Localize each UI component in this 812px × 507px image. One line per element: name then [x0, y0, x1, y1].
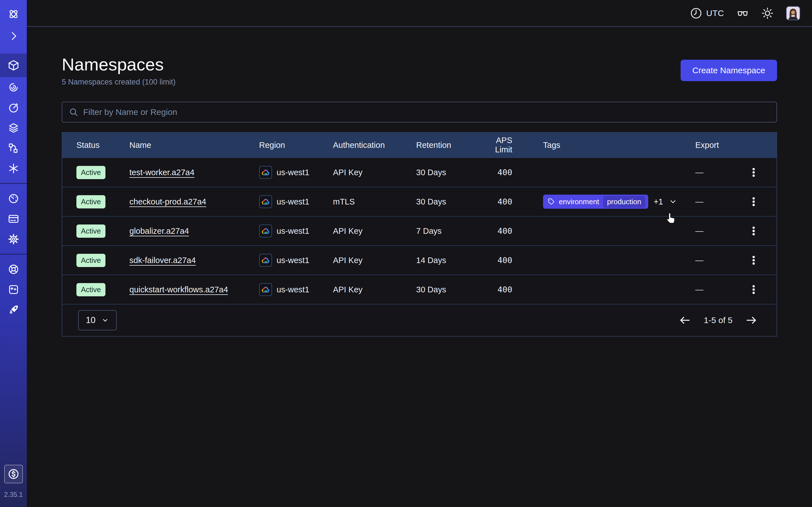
labs-glasses-icon[interactable]: [737, 7, 749, 19]
next-page-button[interactable]: [745, 314, 758, 327]
aps-limit: 400: [480, 285, 515, 294]
col-status: Status: [62, 140, 130, 150]
namespace-link[interactable]: sdk-failover.a27a4: [130, 256, 196, 265]
auth-method: mTLS: [333, 197, 416, 207]
kebab-menu-icon: [748, 167, 759, 178]
temporal-logo-icon[interactable]: [0, 6, 27, 22]
col-retention: Retention: [416, 140, 480, 150]
region-label: us-west1: [276, 256, 309, 265]
sidebar-item-settings[interactable]: [0, 229, 27, 249]
row-menu-button[interactable]: [748, 167, 759, 178]
col-aps-limit: APS Limit: [480, 136, 515, 154]
sidebar: 2.35.1: [0, 0, 27, 507]
export-status: —: [695, 168, 733, 177]
create-namespace-button[interactable]: Create Namespace: [680, 60, 777, 81]
timezone-selector[interactable]: UTC: [690, 7, 724, 19]
sidebar-item-billing[interactable]: [0, 209, 27, 229]
google-cloud-icon: [261, 169, 270, 176]
status-badge: Active: [77, 195, 105, 209]
settings-gear-icon: [8, 233, 19, 245]
google-cloud-icon: [259, 283, 272, 296]
page-title: Namespaces: [62, 54, 175, 74]
retention-period: 30 Days: [416, 168, 480, 177]
deployments-layers-icon: [8, 122, 19, 134]
export-status: —: [695, 285, 733, 294]
aps-limit: 400: [480, 226, 515, 236]
schedules-timer-icon: [8, 102, 19, 114]
main-content: Namespaces 5 Namespaces created (100 lim…: [27, 27, 812, 507]
sidebar-divider: [0, 254, 27, 255]
previous-page-button[interactable]: [678, 314, 691, 327]
upgrade-dollar-seal-icon: [7, 468, 20, 480]
sidebar-item-nexus[interactable]: [0, 138, 27, 158]
sidebar-item-whats-new[interactable]: [0, 279, 27, 300]
upgrade-plan-button[interactable]: [4, 465, 23, 483]
aps-limit: 400: [480, 256, 515, 265]
tag-key: environment: [559, 198, 599, 206]
row-menu-button[interactable]: [748, 284, 759, 295]
namespace-link[interactable]: checkout-prod.a27a4: [130, 197, 206, 206]
namespace-link[interactable]: test-worker.a27a4: [130, 168, 195, 177]
arrow-right-icon: [745, 314, 758, 327]
support-lifebuoy-icon: [8, 263, 19, 275]
google-cloud-icon: [261, 198, 270, 205]
expand-tags-icon[interactable]: [669, 198, 677, 206]
filter-input[interactable]: [83, 107, 770, 117]
google-cloud-icon: [259, 224, 272, 237]
search-icon: [69, 108, 78, 117]
sidebar-item-namespaces[interactable]: [0, 54, 27, 77]
billing-card-icon: [8, 213, 19, 225]
sidebar-item-usage[interactable]: [0, 188, 27, 209]
namespaces-table: Status Name Region Authentication Retent…: [62, 132, 777, 337]
chevron-down-icon: [101, 316, 109, 324]
aps-limit: 400: [480, 197, 515, 207]
clock-icon: [690, 7, 702, 19]
workflows-spiral-icon: [8, 81, 19, 93]
topbar: UTC: [27, 0, 812, 27]
status-badge: Active: [77, 254, 105, 267]
region-label: us-west1: [276, 226, 309, 236]
row-menu-button[interactable]: [748, 196, 759, 207]
google-cloud-icon: [261, 257, 270, 264]
retention-period: 30 Days: [416, 285, 480, 294]
kebab-menu-icon: [748, 196, 759, 207]
expand-sidebar-icon[interactable]: [0, 26, 27, 46]
user-avatar[interactable]: [786, 6, 800, 20]
table-row: Activequickstart-workflows.a27a4us-west1…: [62, 275, 776, 304]
sidebar-item-support[interactable]: [0, 259, 27, 279]
app-version: 2.35.1: [4, 491, 23, 499]
export-status: —: [695, 197, 733, 207]
tag-value: production: [603, 196, 645, 208]
col-authentication: Authentication: [333, 140, 416, 150]
row-menu-button[interactable]: [748, 255, 759, 266]
sidebar-item-batch-operations[interactable]: [0, 158, 27, 179]
sidebar-item-workflows[interactable]: [0, 77, 27, 98]
table-footer: 10 1-5 of 5: [62, 304, 776, 336]
namespace-link[interactable]: globalizer.a27a4: [130, 226, 189, 235]
table-row: Activetest-worker.a27a4us-west1API Key30…: [62, 158, 776, 187]
tag-badge[interactable]: environmentproduction: [543, 194, 648, 209]
sidebar-item-getting-started[interactable]: [0, 300, 27, 320]
getting-started-rocket-icon: [8, 304, 19, 316]
status-badge: Active: [77, 283, 105, 296]
namespace-link[interactable]: quickstart-workflows.a27a4: [130, 285, 228, 294]
sidebar-item-deployments[interactable]: [0, 118, 27, 138]
page-size-select[interactable]: 10: [78, 310, 117, 330]
google-cloud-icon: [259, 195, 272, 208]
pagination-range: 1-5 of 5: [704, 316, 732, 325]
arrow-left-icon: [678, 314, 691, 327]
export-status: —: [695, 256, 733, 265]
auth-method: API Key: [333, 226, 416, 236]
region-label: us-west1: [276, 285, 309, 294]
table-row: Activesdk-failover.a27a4us-west1API Key1…: [62, 245, 776, 275]
google-cloud-icon: [259, 166, 272, 179]
export-status: —: [695, 226, 733, 236]
table-body: Activetest-worker.a27a4us-west1API Key30…: [62, 158, 776, 304]
row-menu-button[interactable]: [748, 225, 759, 237]
auth-method: API Key: [333, 256, 416, 265]
sidebar-item-schedules[interactable]: [0, 98, 27, 118]
retention-period: 30 Days: [416, 197, 480, 207]
sidebar-divider: [0, 183, 27, 184]
theme-toggle-sun-icon[interactable]: [761, 7, 774, 19]
kebab-menu-icon: [748, 255, 759, 266]
